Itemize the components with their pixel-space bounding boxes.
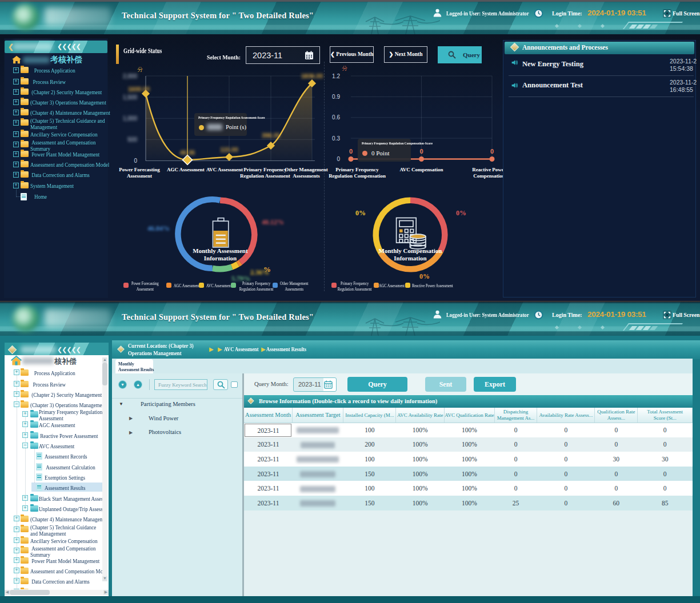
svg-text:398.35: 398.35	[262, 132, 280, 139]
svg-text:1600.00: 1600.00	[128, 86, 150, 93]
svg-text:Power Forecasting: Power Forecasting	[119, 167, 160, 172]
svg-text:0: 0	[419, 148, 423, 155]
svg-text:0: 0	[337, 156, 340, 162]
svg-text:Assessments: Assessments	[293, 173, 320, 179]
svg-text:AGC Assessment: AGC Assessment	[167, 167, 205, 172]
svg-text:0.9: 0.9	[332, 94, 340, 100]
svg-text:46.36: 46.36	[180, 149, 195, 156]
svg-text:Reactive Power: Reactive Power	[472, 167, 503, 172]
svg-text:0: 0	[349, 148, 353, 155]
svg-text:Regulation Assessment: Regulation Assessment	[240, 173, 290, 179]
svg-text:500: 500	[127, 136, 137, 143]
svg-text:1,000: 1,000	[123, 115, 137, 122]
svg-text:1,500: 1,500	[123, 94, 137, 100]
svg-text:AVC Compensation: AVC Compensation	[399, 167, 443, 172]
svg-text:2,000: 2,000	[123, 73, 137, 79]
svg-text:Assessment: Assessment	[127, 173, 152, 179]
svg-text:0: 0	[490, 148, 494, 155]
svg-text:115.00: 115.00	[220, 146, 238, 153]
svg-text:1.2: 1.2	[332, 73, 340, 79]
svg-text:AVC Assessment: AVC Assessment	[206, 167, 243, 172]
svg-text:Primary Frequency: Primary Frequency	[335, 167, 379, 172]
svg-text:Regulation Compensation: Regulation Compensation	[329, 173, 386, 179]
svg-text:0.3: 0.3	[332, 135, 340, 142]
svg-text:Compensation: Compensation	[473, 173, 503, 179]
svg-text:0: 0	[134, 158, 137, 164]
svg-text:Primary Frequency: Primary Frequency	[243, 167, 287, 172]
svg-text:0.6: 0.6	[332, 114, 340, 120]
